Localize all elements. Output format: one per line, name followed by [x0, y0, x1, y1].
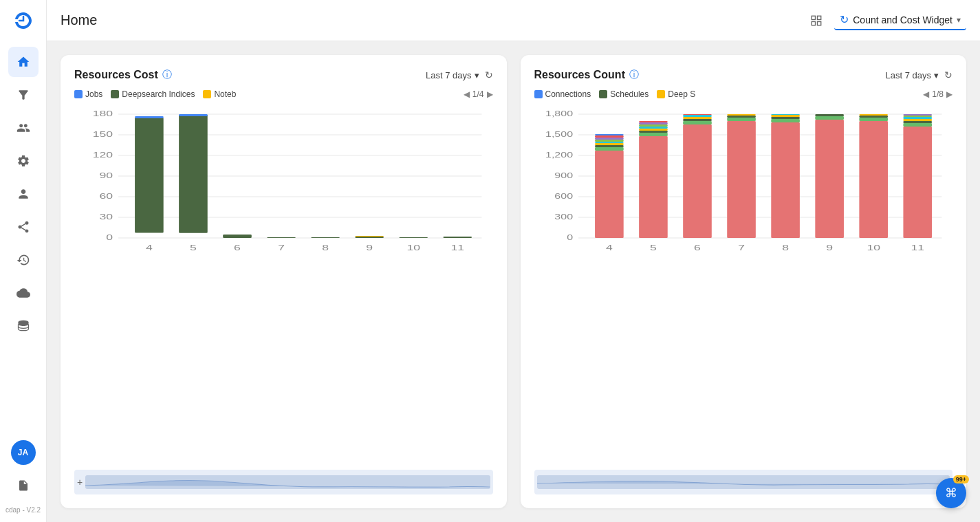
dashboard-content: Resources Cost ⓘ Last 7 days ▾ ↻ Jobs — [47, 41, 980, 522]
sidebar-item-user[interactable] — [8, 179, 39, 209]
count-bar-5-ltgreen — [639, 124, 668, 127]
svg-text:600: 600 — [554, 193, 573, 200]
svg-text:4: 4 — [146, 243, 153, 252]
svg-rect-53 — [815, 116, 844, 120]
sidebar-item-home[interactable] — [8, 47, 39, 77]
sidebar: JA cdap - V2.2 — [0, 0, 47, 522]
app-logo[interactable] — [11, 8, 36, 33]
command-icon: ⌘ — [945, 486, 957, 501]
sidebar-item-storage[interactable] — [8, 311, 39, 341]
resources-cost-refresh-icon[interactable]: ↻ — [485, 69, 493, 80]
resources-cost-legend-nav: ◀ 1/4 ▶ — [464, 89, 493, 99]
resources-count-widget: Resources Count ⓘ Last 7 days ▾ ↻ Connec… — [521, 55, 967, 508]
bar-5-deepsearch — [179, 115, 208, 233]
resources-count-refresh-icon[interactable]: ↻ — [944, 69, 952, 80]
count-bar-4-cyan — [595, 142, 624, 143]
sidebar-item-cloud[interactable] — [8, 278, 39, 308]
user-avatar[interactable]: JA — [11, 440, 36, 465]
legend-color-notebooks — [203, 90, 211, 98]
main-content: Home ↻ Count and Cost Widget ▾ Resources… — [47, 0, 980, 522]
sidebar-item-group[interactable] — [8, 113, 39, 143]
count-bar-5-green — [639, 133, 668, 136]
zoom-in-icon[interactable]: + — [77, 477, 83, 488]
version-label: cdap - V2.2 — [6, 506, 41, 514]
widget-selector-label: Count and Cost Widget — [853, 14, 952, 25]
resources-cost-time-selector[interactable]: Last 7 days ▾ — [426, 70, 479, 80]
resources-cost-title-group: Resources Cost ⓘ — [74, 69, 172, 81]
chevron-down-icon: ▾ — [957, 15, 961, 25]
sidebar-item-connections[interactable] — [8, 212, 39, 242]
resources-cost-chart: 180 150 120 90 60 30 0 — [74, 107, 493, 461]
svg-rect-45 — [683, 114, 712, 115]
svg-rect-4 — [818, 21, 821, 25]
bar-5-jobs — [179, 114, 208, 116]
resources-count-title: Resources Count — [534, 69, 625, 81]
count-mini-chart-track[interactable] — [537, 475, 950, 489]
bar-11-deepsearch — [443, 237, 472, 238]
svg-text:120: 120 — [93, 151, 113, 159]
sidebar-item-history[interactable] — [8, 245, 39, 275]
count-bar-4-main — [595, 151, 624, 238]
count-bar-7-main — [727, 121, 756, 238]
svg-rect-1 — [812, 16, 816, 19]
resources-count-legend-nav: ◀ 1/8 ▶ — [923, 89, 952, 99]
svg-text:150: 150 — [93, 130, 113, 138]
legend-color-deepsearch — [111, 90, 119, 98]
chevron-down-icon: ▾ — [934, 70, 939, 80]
svg-text:90: 90 — [99, 171, 113, 180]
resources-count-info-icon[interactable]: ⓘ — [629, 69, 639, 81]
resources-cost-info-icon[interactable]: ⓘ — [162, 69, 172, 81]
legend-next-btn[interactable]: ▶ — [487, 89, 493, 99]
count-bar-4-purple — [595, 138, 624, 140]
sidebar-item-settings[interactable] — [8, 146, 39, 176]
resources-cost-widget: Resources Cost ⓘ Last 7 days ▾ ↻ Jobs — [61, 55, 507, 508]
count-legend-prev-btn[interactable]: ◀ — [923, 89, 929, 99]
resources-count-mini-chart — [534, 470, 953, 494]
count-bar-10-main — [859, 121, 888, 238]
legend-color-connections — [534, 90, 543, 98]
svg-text:9: 9 — [366, 243, 373, 252]
count-bar-6-main — [683, 124, 712, 238]
resources-cost-mini-chart: + — [74, 470, 493, 494]
resources-count-time-selector[interactable]: Last 7 days ▾ — [886, 70, 939, 80]
resources-cost-title: Resources Cost — [74, 69, 158, 81]
svg-rect-2 — [818, 16, 821, 19]
legend-item-jobs: Jobs — [74, 89, 102, 99]
count-bar-5-yellow — [639, 129, 668, 131]
svg-text:8: 8 — [322, 243, 329, 252]
count-legend-next-btn[interactable]: ▶ — [946, 89, 952, 99]
layout-toggle-button[interactable] — [807, 11, 826, 30]
legend-color-deepS — [657, 90, 665, 98]
count-bar-4-red — [595, 135, 624, 138]
legend-item-deepS: Deep S — [657, 89, 695, 99]
legend-item-connections: Connections — [534, 89, 591, 99]
svg-rect-61 — [903, 117, 932, 119]
svg-rect-42 — [683, 119, 712, 121]
svg-rect-3 — [812, 21, 816, 25]
resources-count-controls: Last 7 days ▾ ↻ — [886, 69, 953, 80]
sidebar-item-docs[interactable] — [8, 470, 39, 501]
sidebar-navigation — [8, 47, 39, 440]
svg-text:1,500: 1,500 — [545, 131, 573, 138]
svg-text:7: 7 — [278, 243, 285, 252]
svg-text:5: 5 — [190, 243, 197, 252]
svg-rect-59 — [903, 121, 932, 123]
svg-text:30: 30 — [99, 213, 113, 221]
svg-text:6: 6 — [234, 243, 241, 252]
resources-count-legend: Connections Schedules Deep S ◀ 1/8 ▶ — [534, 89, 953, 99]
resources-count-chart: 1,800 1,500 1,200 900 600 300 0 — [534, 107, 953, 461]
count-bar-5-purple — [639, 122, 668, 124]
mini-chart-track[interactable] — [85, 475, 490, 489]
svg-text:11: 11 — [450, 243, 464, 252]
sidebar-item-filter[interactable] — [8, 80, 39, 110]
notification-button[interactable]: ⌘ 99+ — [936, 478, 966, 508]
refresh-widget-icon: ↻ — [840, 13, 849, 26]
svg-rect-48 — [727, 114, 756, 116]
svg-text:900: 900 — [554, 172, 573, 180]
legend-prev-btn[interactable]: ◀ — [464, 89, 470, 99]
svg-rect-41 — [683, 121, 712, 124]
count-bar-5-red — [639, 121, 668, 122]
cost-chart-svg: 180 150 120 90 60 30 0 — [74, 107, 493, 259]
widget-selector[interactable]: ↻ Count and Cost Widget ▾ — [834, 10, 966, 30]
bar-6-deepsearch — [223, 235, 252, 238]
